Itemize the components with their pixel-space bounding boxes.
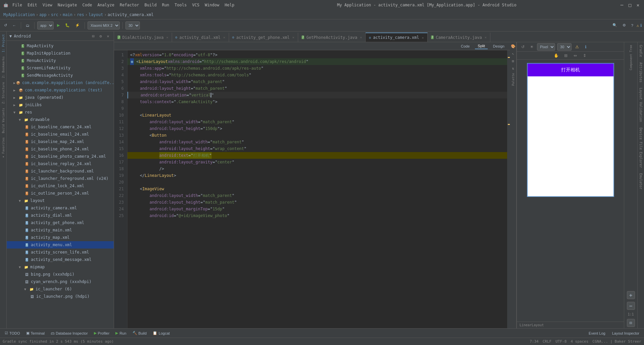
tab-activity-get-phone[interactable]: ⚙ activity_get_phone.xml ✕ [229, 32, 298, 42]
component-tree-label[interactable]: Component Tree [628, 44, 634, 72]
favorites-toggle[interactable]: ★ Favorites [1, 136, 6, 160]
close-button[interactable]: ✕ [635, 2, 641, 8]
tree-item-ic-launcher-folder[interactable]: ▼ 📁 ic_launcher (6) [7, 285, 114, 293]
breadcrumb-layout[interactable]: layout [89, 12, 103, 17]
preview-pan-button[interactable]: ✋ [553, 52, 560, 59]
tree-item-cyan-wrench[interactable]: 🖼 cyan_wrench.png (xxxhdpi) [7, 278, 114, 285]
tab-close-dialactivity[interactable]: ✕ [166, 36, 168, 39]
tab-close-get-phone[interactable]: ✕ [292, 36, 294, 39]
indent-indicator[interactable]: 4 spaces [571, 339, 588, 344]
tree-item-activity-screen[interactable]: X activity_screen_life.xml [7, 249, 114, 256]
breadcrumb-res[interactable]: res [77, 12, 84, 17]
tree-item-ic-camera[interactable]: X ic_baseline_camera_24.xml [7, 123, 114, 131]
line-ending-indicator[interactable]: CRLF [543, 339, 552, 344]
preview-vert-button[interactable]: ⇕ [581, 52, 588, 59]
tree-item-ic-phone[interactable]: X ic_baseline_phone_24.xml [7, 145, 114, 153]
menu-refactor[interactable]: Refactor [120, 3, 139, 7]
tree-item-screenlife[interactable]: C ScreenLifeActivity [7, 64, 114, 72]
emulator-tab[interactable]: Emulator [638, 170, 644, 192]
palette-icon[interactable]: 🎨 [511, 44, 516, 49]
line-col-indicator[interactable]: 7:34 [530, 339, 539, 344]
profile-button[interactable]: ⚡ [73, 21, 82, 30]
preview-grid-button[interactable]: ⊞ [562, 52, 569, 59]
menu-view[interactable]: View [43, 3, 52, 7]
tab-close-getphone[interactable]: ✕ [360, 36, 362, 39]
attributes-tab[interactable]: Attributes [638, 60, 644, 85]
tree-item-mapinit[interactable]: C MapInitApplication [7, 50, 114, 57]
tree-item-ic-replay[interactable]: X ic_baseline_replay_24.xml [7, 160, 114, 167]
cursor-icon[interactable]: ↖ [511, 51, 516, 56]
tree-item-activity-get-phone[interactable]: X activity_get_phone.xml [7, 219, 114, 226]
tab-activity-dial[interactable]: ⚙ activity_dial.xml ✕ [172, 32, 229, 42]
run-config-dropdown[interactable]: app [37, 21, 54, 29]
tree-item-activity-menu[interactable]: X activity_menu.xml [7, 241, 114, 249]
menu-edit[interactable]: Edit [28, 3, 37, 7]
breadcrumb-src[interactable]: src [51, 12, 58, 17]
run-panel-button[interactable]: ▶ Run [113, 330, 129, 337]
build-panel-button[interactable]: 🔨 Build [130, 330, 149, 337]
tree-item-layout[interactable]: ▼ 📁 layout [7, 197, 114, 204]
breadcrumb-main[interactable]: main [63, 12, 72, 17]
settings-button[interactable]: ⚙ [621, 21, 628, 30]
minimize-button[interactable]: ─ [619, 2, 625, 8]
menu-code[interactable]: Code [83, 3, 92, 7]
breadcrumb-app[interactable]: app [39, 12, 47, 17]
database-inspector-button[interactable]: 🗃 Database Inspector [48, 330, 90, 337]
tab-dialactivity[interactable]: J DialActivity.java ✕ [114, 32, 172, 42]
tree-item-ic-person[interactable]: X ic_outline_person_24.xml [7, 190, 114, 197]
profiler-button[interactable]: ▶ Profiler [91, 330, 112, 337]
maximize-button[interactable]: □ [627, 2, 633, 8]
theme-button[interactable]: ☀ [528, 44, 535, 50]
sidebar-settings-button[interactable]: ⚙ [98, 33, 104, 39]
tree-item-ic-lock[interactable]: X ic_outline_lock_24.xml [7, 182, 114, 190]
branch-indicator[interactable]: CGNA... | Baker Streer [592, 339, 641, 344]
layout-validation-tab[interactable]: Layout Validation [638, 85, 644, 125]
tree-item-jnilibs[interactable]: ▶ 📁 jniLibs [7, 101, 114, 109]
charset-indicator[interactable]: UTF-8 [555, 339, 567, 344]
project-structure-button[interactable]: 🗂 [24, 21, 32, 30]
zoom-in-button[interactable]: + [627, 291, 635, 299]
menu-analyze[interactable]: Analyze [97, 3, 114, 7]
tree-item-java-generated[interactable]: ▶ 📁 java (generated) [7, 94, 114, 101]
tab-activity-camera[interactable]: ⚙ activity_camera.xml ✕ [366, 32, 427, 42]
menu-tools[interactable]: Tools [175, 3, 187, 7]
api-preview-dropdown[interactable]: 30 [557, 43, 572, 51]
preview-horiz-button[interactable]: ⇔ [572, 52, 579, 59]
tree-item-activity-send[interactable]: X activity_send_message.xml [7, 256, 114, 263]
tree-item-ic-photo[interactable]: X ic_baseline_photo_camera_24.xml [7, 153, 114, 160]
tree-item-res[interactable]: ▼ 📁 res [7, 109, 114, 116]
code-lines[interactable]: <?xml version="1.0" encoding="utf-8"?> ●… [127, 50, 507, 328]
menu-window[interactable]: Window [205, 3, 219, 7]
tab-close-activity-camera[interactable]: ✕ [422, 36, 424, 40]
build-variants-toggle[interactable]: Build Variants [1, 107, 6, 135]
fit-screen-button[interactable]: ⊡ [627, 319, 635, 327]
todo-button[interactable]: ☑ TODO [2, 330, 23, 337]
debug-button[interactable]: 🐛 [63, 21, 72, 30]
run-button[interactable]: ▶ [55, 21, 62, 30]
api-dropdown[interactable]: 30 [125, 21, 140, 29]
tab-getphoneactivity[interactable]: J GetPhoneActivity.java ✕ [298, 32, 366, 42]
tree-item-activity-camera[interactable]: X activity_camera.xml [7, 204, 114, 212]
event-log-button[interactable]: Event Log [586, 330, 608, 337]
tree-item-bing-png[interactable]: 🖼 bing.png (xxxhdpi) [7, 271, 114, 278]
tree-item-activity-main[interactable]: X activity_main.xml [7, 226, 114, 234]
structure-panel-toggle[interactable]: Z: Structure [1, 81, 6, 105]
tab-cameraactivity[interactable]: J CameraActivity.java ✕ [428, 32, 490, 42]
tree-item-menu-activity[interactable]: C MenuActivity [7, 57, 114, 64]
zoom-out-button[interactable]: − [627, 302, 635, 310]
split-view-button[interactable]: Split [475, 43, 487, 49]
collapse-all-button[interactable]: ⊟ [90, 33, 96, 39]
layout-inspector-button[interactable]: Layout Inspector [609, 330, 642, 337]
tree-item-ic-map[interactable]: X ic_baseline_map_24.xml [7, 138, 114, 145]
tab-close-activity-dial[interactable]: ✕ [223, 36, 225, 39]
tree-item-activity-map[interactable]: X activity_map.xml [7, 234, 114, 241]
menu-navigate[interactable]: Navigate [58, 3, 77, 7]
tree-item-sendmessage[interactable]: C SendMessageActivity [7, 72, 114, 79]
arrows-icon[interactable]: ⇅ [511, 66, 516, 71]
pixel-dropdown[interactable]: Pixel [537, 43, 555, 51]
tree-item-drawable[interactable]: ▼ 📁 drawable [7, 116, 114, 123]
bookmarks-panel-toggle[interactable]: 2: Bookmarks [1, 55, 6, 79]
tree-item-ic-launcher-png[interactable]: 🖼 ic_launcher.png (hdpi) [7, 293, 114, 300]
sidebar-close-button[interactable]: ✕ [105, 33, 111, 39]
tree-item-activity-dial[interactable]: X activity_dial.xml [7, 212, 114, 219]
